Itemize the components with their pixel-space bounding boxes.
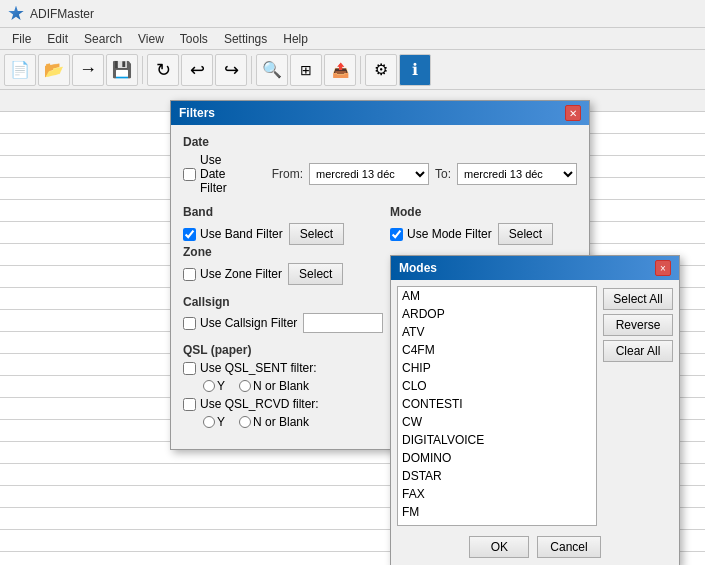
qsl-rcvd-y-radio[interactable] — [203, 416, 215, 428]
modes-dialog: Modes × AM ARDOP ATV C4FM CHIP CLO CONTE… — [390, 255, 680, 565]
zone-select-button[interactable]: Select — [288, 263, 343, 285]
reverse-button[interactable]: Reverse — [603, 314, 673, 336]
qsl-rcvd-nor-text: N or Blank — [253, 415, 309, 429]
band-mode-row: Band Use Band Filter Select Mode — [183, 205, 577, 245]
from-date-select[interactable]: mercredi 13 déc — [309, 163, 429, 185]
modes-cancel-button[interactable]: Cancel — [537, 536, 600, 558]
mode-item-am[interactable]: AM — [398, 287, 596, 305]
date-section: Date Use Date Filter From: mercredi 13 d… — [183, 135, 577, 195]
modes-title-bar: Modes × — [391, 256, 679, 280]
mode-item-clo[interactable]: CLO — [398, 377, 596, 395]
modes-ok-button[interactable]: OK — [469, 536, 529, 558]
qsl-rcvd-y-text: Y — [217, 415, 225, 429]
dialog-overlay: Filters ✕ Date Use Date Filter From: mer… — [0, 0, 705, 565]
modes-list[interactable]: AM ARDOP ATV C4FM CHIP CLO CONTESTI CW D… — [397, 286, 597, 526]
filters-title-bar: Filters ✕ — [171, 101, 589, 125]
qsl-rcvd-y-label[interactable]: Y — [203, 415, 225, 429]
mode-label: Mode — [390, 205, 577, 219]
filters-title: Filters — [179, 106, 215, 120]
callsign-filter-label[interactable]: Use Callsign Filter — [183, 316, 297, 330]
date-filter-checkbox[interactable] — [183, 168, 196, 181]
date-row: Use Date Filter From: mercredi 13 déc To… — [183, 153, 577, 195]
band-row: Use Band Filter Select — [183, 223, 370, 245]
zone-filter-text: Use Zone Filter — [200, 267, 282, 281]
mode-filter-label[interactable]: Use Mode Filter — [390, 227, 492, 241]
modes-title: Modes — [399, 261, 437, 275]
qsl-rcvd-checkbox[interactable] — [183, 398, 196, 411]
mode-item-contesti[interactable]: CONTESTI — [398, 395, 596, 413]
mode-section: Mode Use Mode Filter Select — [390, 205, 577, 245]
date-section-label: Date — [183, 135, 577, 149]
qsl-sent-nor-label[interactable]: N or Blank — [239, 379, 309, 393]
filters-close-button[interactable]: ✕ — [565, 105, 581, 121]
mode-item-domino[interactable]: DOMINO — [398, 449, 596, 467]
qsl-sent-nor-radio[interactable] — [239, 380, 251, 392]
qsl-sent-y-radio[interactable] — [203, 380, 215, 392]
mode-item-fm[interactable]: FM — [398, 503, 596, 521]
band-filter-checkbox[interactable] — [183, 228, 196, 241]
callsign-filter-text: Use Callsign Filter — [200, 316, 297, 330]
qsl-sent-y-text: Y — [217, 379, 225, 393]
mode-item-fsk441[interactable]: FSK441 — [398, 521, 596, 526]
band-filter-label[interactable]: Use Band Filter — [183, 227, 283, 241]
band-select-button[interactable]: Select — [289, 223, 344, 245]
qsl-sent-checkbox[interactable] — [183, 362, 196, 375]
qsl-rcvd-label[interactable]: Use QSL_RCVD filter: — [183, 397, 319, 411]
mode-filter-checkbox[interactable] — [390, 228, 403, 241]
mode-item-fax[interactable]: FAX — [398, 485, 596, 503]
mode-item-chip[interactable]: CHIP — [398, 359, 596, 377]
qsl-sent-y-label[interactable]: Y — [203, 379, 225, 393]
mode-item-ardop[interactable]: ARDOP — [398, 305, 596, 323]
to-label: To: — [435, 167, 451, 181]
qsl-sent-nor-text: N or Blank — [253, 379, 309, 393]
qsl-rcvd-nor-radio[interactable] — [239, 416, 251, 428]
modes-content: AM ARDOP ATV C4FM CHIP CLO CONTESTI CW D… — [391, 280, 679, 532]
from-label: From: — [272, 167, 303, 181]
zone-filter-label[interactable]: Use Zone Filter — [183, 267, 282, 281]
band-section: Band Use Band Filter Select — [183, 205, 370, 245]
qsl-rcvd-nor-label[interactable]: N or Blank — [239, 415, 309, 429]
select-all-button[interactable]: Select All — [603, 288, 673, 310]
band-filter-text: Use Band Filter — [200, 227, 283, 241]
mode-item-c4fm[interactable]: C4FM — [398, 341, 596, 359]
callsign-filter-checkbox[interactable] — [183, 317, 196, 330]
mode-item-cw[interactable]: CW — [398, 413, 596, 431]
band-label: Band — [183, 205, 370, 219]
mode-filter-text: Use Mode Filter — [407, 227, 492, 241]
mode-item-atv[interactable]: ATV — [398, 323, 596, 341]
mode-item-dstar[interactable]: DSTAR — [398, 467, 596, 485]
mode-row: Use Mode Filter Select — [390, 223, 577, 245]
modes-close-button[interactable]: × — [655, 260, 671, 276]
date-inputs-row: From: mercredi 13 déc To: mercredi 13 dé… — [272, 163, 577, 185]
mode-item-digitalvoice[interactable]: DIGITALVOICE — [398, 431, 596, 449]
to-date-select[interactable]: mercredi 13 déc — [457, 163, 577, 185]
callsign-input[interactable] — [303, 313, 383, 333]
date-filter-text: Use Date Filter — [200, 153, 250, 195]
qsl-rcvd-text: Use QSL_RCVD filter: — [200, 397, 319, 411]
modes-bottom-buttons: OK Cancel — [391, 532, 679, 565]
mode-select-button[interactable]: Select — [498, 223, 553, 245]
qsl-sent-text: Use QSL_SENT filter: — [200, 361, 316, 375]
modes-action-buttons: Select All Reverse Clear All — [603, 286, 673, 526]
qsl-sent-label[interactable]: Use QSL_SENT filter: — [183, 361, 316, 375]
date-filter-label[interactable]: Use Date Filter — [183, 153, 250, 195]
zone-filter-checkbox[interactable] — [183, 268, 196, 281]
clear-all-button[interactable]: Clear All — [603, 340, 673, 362]
